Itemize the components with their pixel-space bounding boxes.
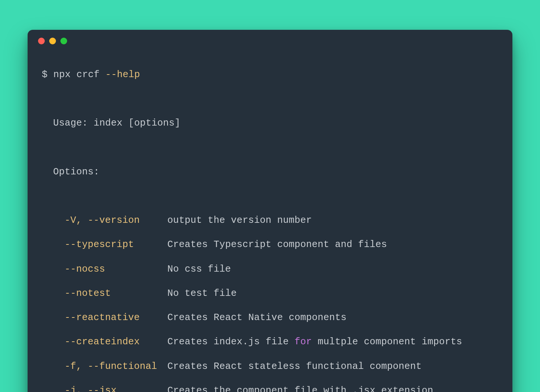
option-flag: --createindex: [65, 336, 167, 348]
option-description: Creates the component file with .jsx ext…: [167, 385, 433, 392]
usage-line: Usage: index [options]: [42, 117, 498, 130]
option-description: multple component imports: [312, 336, 462, 347]
blank-line: [42, 142, 498, 154]
blank-line: [42, 190, 498, 203]
options-header: Options:: [42, 166, 498, 178]
option-description: Creates React Native components: [167, 312, 347, 323]
option-flag: -j, --jsx: [65, 385, 167, 392]
option-description: No test file: [167, 288, 237, 299]
option-row: -f, --functionalCreates React stateless …: [42, 361, 498, 373]
prompt-symbol: $: [42, 69, 53, 80]
terminal-content: $ npx crcf --help Usage: index [options]…: [28, 52, 512, 392]
close-icon[interactable]: [38, 38, 45, 44]
option-description: Creates index.js file: [167, 336, 295, 347]
window-titlebar: [28, 30, 512, 52]
terminal-window: $ npx crcf --help Usage: index [options]…: [28, 30, 512, 392]
option-flag: --reactnative: [65, 312, 167, 324]
command-flag: --help: [106, 69, 140, 80]
command-line: $ npx crcf --help: [42, 69, 498, 81]
option-row: -j, --jsxCreates the component file with…: [42, 385, 498, 392]
option-description: Creates React stateless functional compo…: [167, 361, 422, 372]
option-description: Creates Typescript component and files: [167, 239, 387, 250]
option-row: --notestNo test file: [42, 288, 498, 300]
option-description: output the version number: [167, 215, 312, 226]
command-text: npx crcf: [53, 69, 106, 80]
option-description: No css file: [167, 264, 231, 275]
minimize-icon[interactable]: [49, 38, 56, 44]
option-row: --createindexCreates index.js file for m…: [42, 336, 498, 348]
option-row: --nocssNo css file: [42, 263, 498, 276]
option-flag: --typescript: [65, 239, 167, 251]
option-flag: -V, --version: [65, 215, 167, 227]
maximize-icon[interactable]: [60, 38, 67, 44]
option-flag: -f, --functional: [65, 361, 167, 373]
option-row: -V, --versionoutput the version number: [42, 215, 498, 227]
keyword: for: [295, 336, 312, 347]
blank-line: [42, 93, 498, 105]
option-row: --reactnativeCreates React Native compon…: [42, 312, 498, 324]
option-flag: --notest: [65, 288, 167, 300]
option-flag: --nocss: [65, 263, 167, 276]
option-row: --typescriptCreates Typescript component…: [42, 239, 498, 251]
